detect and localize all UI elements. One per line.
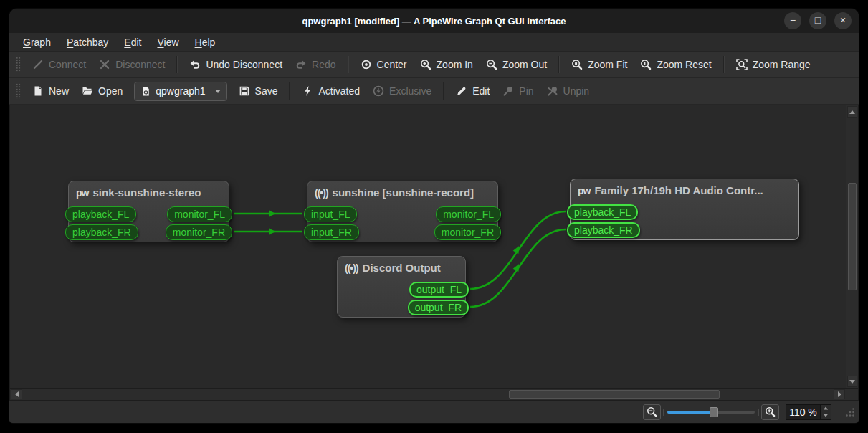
menu-view[interactable]: View <box>149 33 186 51</box>
zoom-slider-fill <box>667 411 714 414</box>
zoom-in-button[interactable] <box>761 404 779 420</box>
port-output_fr[interactable]: output_FR <box>408 300 469 315</box>
node-discord-output[interactable]: ((•))Discord Outputoutput_FLoutput_FR <box>337 256 466 318</box>
zoom-slider-handle[interactable] <box>710 407 718 417</box>
zoom-value[interactable]: 110 % <box>786 405 820 419</box>
button-label: Zoom In <box>437 59 473 70</box>
v-scrollbar-thumb[interactable] <box>848 183 857 290</box>
zoom-out-button[interactable]: Zoom Out <box>480 55 553 74</box>
save-button[interactable]: Save <box>232 82 285 100</box>
triangle-left-icon <box>15 391 19 397</box>
output-ports: monitor_FLmonitor_FR <box>434 206 501 240</box>
broadcast-icon: ((•)) <box>315 187 328 199</box>
spin-up-button[interactable] <box>821 405 831 412</box>
zoom-reset-icon <box>640 59 652 70</box>
h-scrollbar[interactable] <box>9 389 846 401</box>
unpin-button[interactable]: Unpin <box>540 82 596 100</box>
button-label: Exclusive <box>389 85 431 97</box>
h-scrollbar-thumb[interactable] <box>509 390 720 399</box>
close-button[interactable]: × <box>834 12 852 29</box>
port-monitor_fl[interactable]: monitor_FL <box>436 206 501 222</box>
node-family-hd-audio[interactable]: pwFamily 17h/19h HD Audio Contr...playba… <box>570 179 799 240</box>
port-playback_fr[interactable]: playback_FR <box>567 222 640 238</box>
titlebar[interactable]: qpwgraph1 [modified] — A PipeWire Graph … <box>9 9 859 33</box>
toolbar-handle[interactable] <box>16 57 21 72</box>
zoom-out-button[interactable] <box>643 404 661 420</box>
graph-canvas[interactable]: pwsink-sunshine-stereoplayback_FLplaybac… <box>9 105 846 389</box>
pin-button[interactable]: Pin <box>496 82 540 100</box>
exclusive-button[interactable]: Exclusive <box>366 82 438 100</box>
port-playback_fr[interactable]: playback_FR <box>65 224 138 240</box>
scrollbar-corner <box>846 389 859 401</box>
zoom-out-icon <box>486 59 497 70</box>
redo-button[interactable]: Redo <box>289 55 342 74</box>
redo-icon <box>295 59 307 70</box>
node-sunshine[interactable]: ((•))sunshine [sunshine-record]input_FLi… <box>307 181 498 242</box>
port-output_fl[interactable]: output_FL <box>409 282 469 298</box>
resize-grip[interactable] <box>845 407 855 420</box>
connect-icon <box>32 59 44 70</box>
window-controls: −□× <box>784 12 852 29</box>
connect-button[interactable]: Connect <box>26 55 92 74</box>
open-icon <box>82 85 93 97</box>
port-monitor_fr[interactable]: monitor_FR <box>166 224 232 240</box>
port-monitor_fl[interactable]: monitor_FL <box>167 206 232 222</box>
disconnect-button[interactable]: Disconnect <box>92 55 171 74</box>
patchbay-combobox[interactable]: qpwgraph1 <box>134 82 226 101</box>
button-label: Center <box>377 59 407 70</box>
menu-graph[interactable]: Graph <box>15 33 59 51</box>
port-input_fr[interactable]: input_FR <box>304 224 359 240</box>
menu-patchbay[interactable]: Patchbay <box>59 33 116 51</box>
port-monitor_fr[interactable]: monitor_FR <box>434 224 501 240</box>
zoom-range-icon <box>736 59 748 70</box>
undo-disconnect-button[interactable]: Undo Disconnect <box>183 55 289 74</box>
zoom-in-button[interactable]: Zoom In <box>414 55 480 74</box>
v-scrollbar-track[interactable] <box>846 118 858 375</box>
scroll-left-button[interactable] <box>11 389 22 399</box>
connection-arrow-icon <box>269 229 276 235</box>
menu-help[interactable]: Help <box>187 33 224 51</box>
button-label: Pin <box>519 85 533 97</box>
spin-down-button[interactable] <box>821 412 831 419</box>
open-button[interactable]: Open <box>75 82 129 100</box>
new-button[interactable]: New <box>26 82 75 100</box>
zoom-spinbox[interactable]: 110 % <box>786 404 831 420</box>
button-label: Undo Disconnect <box>206 59 282 70</box>
broadcast-icon: ((•)) <box>345 262 358 274</box>
maximize-button[interactable]: □ <box>809 12 826 29</box>
zoom-range-button[interactable]: Zoom Range <box>730 55 817 74</box>
connection-lines <box>10 105 846 389</box>
port-input_fl[interactable]: input_FL <box>304 206 357 222</box>
menu-label: Patchbay <box>67 37 108 48</box>
save-icon <box>239 85 250 97</box>
port-playback_fl[interactable]: playback_FL <box>567 204 638 220</box>
toolbar-handle[interactable] <box>16 83 21 99</box>
patchbay-file-icon <box>140 86 151 97</box>
scroll-right-button[interactable] <box>834 389 845 399</box>
zoom-in-icon <box>420 59 431 70</box>
v-scrollbar[interactable] <box>846 105 859 389</box>
node-sink-sunshine-stereo[interactable]: pwsink-sunshine-stereoplayback_FLplaybac… <box>68 181 229 242</box>
edit-button[interactable]: Edit <box>449 82 496 100</box>
toolbar-separator <box>348 56 349 73</box>
button-label: Redo <box>312 59 335 70</box>
node-title: pwFamily 17h/19h HD Audio Contr... <box>571 179 798 196</box>
zoom-fit-button[interactable]: Zoom Fit <box>565 55 634 74</box>
center-button[interactable]: Center <box>354 55 414 74</box>
scroll-up-button[interactable] <box>847 106 857 118</box>
unpin-icon <box>547 85 558 97</box>
zoom-reset-button[interactable]: Zoom Reset <box>634 55 717 74</box>
menu-edit[interactable]: Edit <box>116 33 149 51</box>
port-playback_fl[interactable]: playback_FL <box>65 206 136 222</box>
output-ports: output_FLoutput_FR <box>408 282 469 315</box>
h-scrollbar-track[interactable] <box>23 389 833 400</box>
button-label: Zoom Reset <box>657 59 711 70</box>
minimize-button[interactable]: − <box>784 12 801 29</box>
scroll-down-button[interactable] <box>847 376 857 387</box>
qpwgraph-window: qpwgraph1 [modified] — A PipeWire Graph … <box>9 9 859 423</box>
node-title: ((•))sunshine [sunshine-record] <box>307 181 497 199</box>
button-label: Connect <box>49 59 86 70</box>
triangle-down-icon <box>824 414 828 417</box>
activated-button[interactable]: Activated <box>295 82 366 100</box>
zoom-slider[interactable] <box>667 406 755 419</box>
